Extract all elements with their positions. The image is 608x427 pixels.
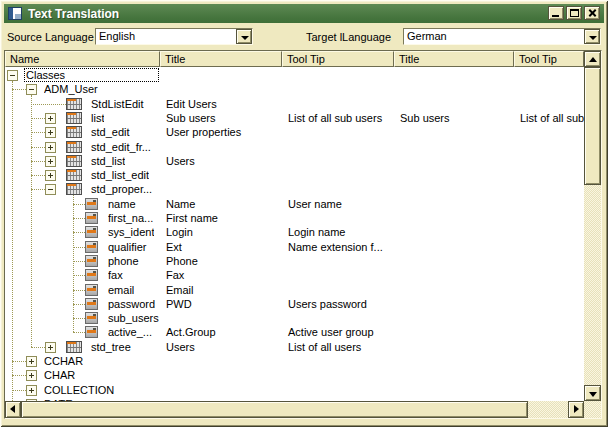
tree-rail — [73, 195, 74, 332]
tree-connector — [12, 361, 26, 362]
tree-connector — [12, 390, 26, 391]
expand-toggle-minus[interactable] — [7, 70, 18, 81]
tree-row-list[interactable]: listSub usersList of all sub usersSub us… — [5, 111, 584, 125]
tree-item-label: email — [108, 283, 134, 297]
tree-item-label: std_proper... — [91, 182, 152, 196]
column-header-title-3[interactable]: Title — [394, 51, 514, 67]
tree-item-label: phone — [108, 254, 139, 268]
tree-item-label: std_list — [91, 154, 125, 168]
tree-row-adm-user[interactable]: ADM_User — [5, 82, 584, 96]
horizontal-scroll-track[interactable] — [528, 401, 568, 418]
scroll-up-button[interactable] — [584, 51, 601, 67]
title-cell: Users — [160, 154, 282, 168]
scroll-down-button[interactable] — [584, 385, 601, 401]
maximize-button[interactable] — [566, 6, 582, 20]
title-cell: Email — [160, 283, 282, 297]
expand-toggle-minus[interactable] — [45, 184, 56, 195]
translation-tree-table: NameTitleTool TipTitleTool Tip ClassesAD… — [4, 50, 602, 419]
column-header-title-1[interactable]: Title — [160, 51, 282, 67]
expand-toggle-plus[interactable] — [45, 156, 56, 167]
expand-toggle-plus[interactable] — [26, 370, 37, 381]
tree-row-sub-users[interactable]: sub_users — [5, 311, 584, 325]
tree-connector — [31, 104, 66, 105]
expand-toggle-plus[interactable] — [45, 127, 56, 138]
vertical-scroll-track[interactable] — [584, 185, 601, 385]
form-icon — [66, 155, 82, 167]
target-language-value: German — [407, 30, 447, 43]
expand-toggle-minus[interactable] — [26, 84, 37, 95]
text-translation-dialog: Text Translation Source Language English… — [0, 0, 608, 427]
form-icon — [66, 112, 82, 124]
title-cell: First name — [160, 211, 282, 225]
expand-toggle-plus[interactable] — [45, 142, 56, 153]
tree-item-label: std_tree — [91, 340, 131, 354]
title-cell: Name — [160, 197, 282, 211]
tooltip2-cell: List of all sub — [514, 111, 584, 125]
source-language-label: Source Language — [7, 31, 94, 43]
tooltip-cell: Active user group — [282, 325, 394, 339]
tree-row-std-list-edit[interactable]: std_list_edit — [5, 168, 584, 182]
scroll-left-button[interactable] — [5, 401, 21, 418]
tree-row-stdlistedit[interactable]: StdListEditEdit Users — [5, 97, 584, 111]
tree-row-std-tree[interactable]: std_treeUsersList of all users — [5, 340, 584, 354]
window-controls — [548, 6, 600, 20]
tree-row-std-edit-fr[interactable]: std_edit_fr... — [5, 140, 584, 154]
expand-toggle-plus[interactable] — [26, 385, 37, 396]
field-icon — [85, 198, 98, 210]
title-cell: Fax — [160, 268, 282, 282]
tree-row-std-list[interactable]: std_listUsers — [5, 154, 584, 168]
minimize-button[interactable] — [548, 6, 564, 20]
tree-item-label: active_... — [108, 325, 152, 339]
tree-connector — [31, 189, 45, 190]
tree-row-std-edit[interactable]: std_editUser properties — [5, 125, 584, 139]
window-title: Text Translation — [28, 7, 119, 21]
tree-item-label: std_edit — [91, 125, 130, 139]
title-cell: Login — [160, 225, 282, 239]
tree-row-cchar[interactable]: CCHAR — [5, 354, 584, 368]
tree-row-char[interactable]: CHAR — [5, 368, 584, 382]
tree-row-password[interactable]: passwordPWDUsers password — [5, 297, 584, 311]
tree-row-classes[interactable]: Classes — [5, 68, 584, 82]
scroll-right-button[interactable] — [568, 401, 584, 418]
column-header-tool-tip-4[interactable]: Tool Tip — [514, 51, 584, 67]
column-header-name-0[interactable]: Name — [5, 51, 160, 67]
tree-connector — [12, 375, 26, 376]
target-language-select[interactable]: German — [403, 28, 601, 45]
tree-row-email[interactable]: emailEmail — [5, 283, 584, 297]
title-bar[interactable]: Text Translation — [4, 4, 604, 23]
tree-row-qualifier[interactable]: qualifierExtName extension f... — [5, 240, 584, 254]
expand-toggle-plus[interactable] — [45, 170, 56, 181]
form-icon — [66, 141, 82, 153]
source-language-value: English — [99, 30, 135, 43]
source-dropdown-button[interactable] — [236, 29, 252, 44]
title-cell: Phone — [160, 254, 282, 268]
tree-row-name[interactable]: nameNameUser name — [5, 197, 584, 211]
horizontal-scroll-thumb[interactable] — [21, 401, 528, 418]
chevron-down-icon — [589, 36, 597, 40]
tree-row-sys-ident[interactable]: sys_identLoginLogin name — [5, 225, 584, 239]
tree-item-label: first_na... — [108, 211, 153, 225]
field-icon — [85, 212, 98, 224]
tree-row-first-na[interactable]: first_na...First name — [5, 211, 584, 225]
expand-toggle-plus[interactable] — [45, 342, 56, 353]
close-button[interactable] — [584, 6, 600, 20]
column-header-tool-tip-2[interactable]: Tool Tip — [282, 51, 394, 67]
vertical-scroll-thumb[interactable] — [584, 67, 601, 185]
expand-toggle-plus[interactable] — [45, 113, 56, 124]
tree-row-collection[interactable]: COLLECTION — [5, 383, 584, 397]
tree-item-label: ADM_User — [44, 82, 98, 96]
source-language-select[interactable]: English — [95, 28, 253, 45]
expand-toggle-plus[interactable] — [26, 356, 37, 367]
arrow-right-icon — [574, 405, 579, 413]
tree-row-std-proper[interactable]: std_proper... — [5, 182, 584, 196]
target-dropdown-button[interactable] — [584, 29, 600, 44]
tree-row-phone[interactable]: phonePhone — [5, 254, 584, 268]
tree-item-label: list — [91, 111, 104, 125]
expand-toggle-plus[interactable] — [26, 399, 37, 401]
tree-connector — [73, 261, 85, 262]
tree-row-active[interactable]: active_...Act.GroupActive user group — [5, 325, 584, 339]
tree-item-label: CCHAR — [44, 354, 83, 368]
tree-row-fax[interactable]: faxFax — [5, 268, 584, 282]
tree-connector — [73, 318, 85, 319]
tree-connector — [73, 275, 85, 276]
